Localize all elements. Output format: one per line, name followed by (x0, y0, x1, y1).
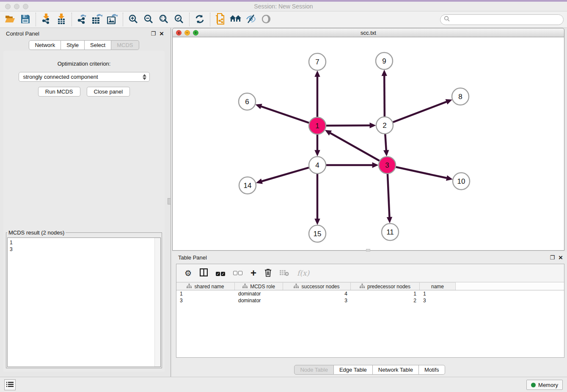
zoom-fit-icon (159, 14, 169, 25)
column-header-name[interactable]: name (420, 282, 456, 290)
column-header-MCDS-role[interactable]: MCDS role (235, 282, 283, 290)
svg-text:10: 10 (457, 177, 465, 185)
graph-node-10[interactable]: 10 (453, 173, 470, 190)
table-cell[interactable]: dominator (235, 297, 283, 304)
column-header-shared-name[interactable]: shared name (176, 282, 235, 290)
graph-node-9[interactable]: 9 (376, 52, 393, 69)
export-network-button[interactable] (74, 13, 90, 26)
mcds-result-list: 13 (8, 238, 160, 254)
tab-style[interactable]: Style (61, 40, 85, 50)
column-header-successor-nodes[interactable]: successor nodes (283, 282, 351, 290)
close-panel-button[interactable]: Close panel (87, 87, 130, 97)
edge-4-14[interactable] (262, 168, 309, 181)
tab-select[interactable]: Select (85, 40, 111, 50)
table-cell[interactable]: 3 (176, 297, 235, 304)
network-minimize-button[interactable]: − (184, 30, 190, 36)
column-header-predecessor-nodes[interactable]: predecessor nodes (351, 282, 420, 290)
close-table-panel-icon[interactable]: × (559, 254, 563, 261)
export-table-button[interactable] (90, 13, 105, 26)
graph-node-8[interactable]: 8 (452, 88, 469, 105)
network-canvas[interactable]: 7968124314101511 (172, 37, 564, 251)
graph-node-6[interactable]: 6 (239, 93, 256, 110)
hide-glasses-button[interactable] (243, 13, 259, 26)
tab-network[interactable]: Network (29, 40, 61, 50)
graph-node-7[interactable]: 7 (309, 53, 326, 70)
main-toolbar (0, 11, 567, 28)
graph-node-11[interactable]: 11 (382, 224, 399, 240)
table-cell[interactable]: 3 (420, 297, 456, 304)
control-panel-title: Control Panel (6, 30, 39, 37)
save-session-button[interactable] (18, 13, 33, 26)
export-image-button[interactable] (105, 13, 120, 26)
table-cell[interactable]: 1 (176, 290, 235, 297)
task-history-button[interactable] (4, 379, 16, 390)
table-header-row: shared nameMCDS rolesuccessor nodesprede… (176, 282, 564, 290)
sitemap-icon (242, 284, 248, 290)
table-cell[interactable]: 1 (420, 290, 456, 297)
table-tab-motifs[interactable]: Motifs (419, 365, 445, 375)
horizontal-divider-handle[interactable] (366, 249, 370, 251)
table-cell[interactable]: 4 (283, 290, 351, 297)
edge-3-10[interactable] (396, 167, 447, 178)
split-divider-handle[interactable] (168, 198, 171, 204)
edge-2-9[interactable] (384, 76, 385, 116)
table-row[interactable]: 1dominator411 (176, 290, 564, 297)
zoom-out-button[interactable] (141, 13, 156, 26)
network-window-titlebar[interactable]: x − + scc.txt (172, 28, 564, 37)
delete-column-button[interactable] (264, 268, 272, 278)
table-tabs: Node TableEdge TableNetwork TableMotifs (172, 365, 567, 375)
graph-node-3[interactable]: 3 (379, 157, 396, 174)
sitemap-icon (294, 284, 299, 290)
import-table-button[interactable] (54, 13, 69, 26)
network-graph[interactable]: 7968124314101511 (173, 37, 564, 250)
graph-node-15[interactable]: 15 (309, 225, 326, 242)
edge-3-1[interactable] (330, 133, 379, 161)
table-row[interactable]: 3dominator323 (176, 297, 564, 304)
network-from-selection-button[interactable] (213, 13, 228, 26)
float-table-panel-icon[interactable]: ❐ (550, 255, 555, 260)
graph-node-2[interactable]: 2 (376, 117, 393, 134)
search-box[interactable] (440, 14, 564, 25)
float-panel-icon[interactable]: ❐ (151, 31, 156, 36)
refresh-button[interactable] (192, 13, 207, 26)
zoom-in-button[interactable] (126, 13, 141, 26)
show-columns-button[interactable] (200, 268, 208, 278)
table-tab-network-table[interactable]: Network Table (373, 365, 419, 375)
network-close-button[interactable]: x (176, 30, 182, 36)
close-panel-icon[interactable]: × (160, 30, 164, 37)
graph-node-4[interactable]: 4 (309, 157, 326, 174)
import-network-button[interactable] (39, 13, 54, 26)
edge-1-2[interactable] (326, 125, 370, 126)
table-cell[interactable]: 2 (351, 297, 420, 304)
document-network-icon (215, 13, 226, 26)
run-mcds-button[interactable]: Run MCDS (38, 87, 80, 97)
edge-1-6[interactable] (261, 106, 309, 123)
tab-mcds[interactable]: MCDS (111, 40, 139, 50)
create-column-button[interactable]: + (250, 268, 256, 278)
open-session-button[interactable] (3, 13, 18, 26)
network-maximize-button[interactable]: + (193, 30, 198, 36)
function-builder-disabled: f(x) (297, 269, 309, 277)
zoom-fit-button[interactable] (156, 13, 171, 26)
node-table-container: ⚙ ✓✓ + f(x) shared nameMCDS rolesuccesso… (176, 264, 564, 358)
criterion-dropdown[interactable]: strongly connected component (19, 72, 150, 82)
table-cell[interactable]: 1 (351, 290, 420, 297)
result-scrollbar[interactable] (154, 238, 160, 367)
memory-button[interactable]: Memory (526, 380, 563, 390)
graph-node-1[interactable]: 1 (309, 117, 326, 134)
edge-2-3[interactable] (385, 134, 386, 150)
home-button[interactable] (228, 13, 243, 26)
select-all-columns-button[interactable]: ✓✓ (216, 270, 225, 276)
table-settings-button[interactable]: ⚙ (184, 269, 192, 277)
table-cell[interactable]: 3 (283, 297, 351, 304)
edge-2-8[interactable] (393, 102, 447, 122)
table-cell[interactable]: dominator (235, 290, 283, 297)
search-input[interactable] (450, 17, 563, 23)
unselect-all-columns-button[interactable] (233, 270, 242, 276)
table-tab-node-table[interactable]: Node Table (294, 365, 334, 375)
graph-node-14[interactable]: 14 (239, 177, 256, 194)
show-eye-button[interactable] (259, 13, 274, 26)
table-tab-edge-table[interactable]: Edge Table (334, 365, 373, 375)
zoom-selected-button[interactable] (171, 13, 187, 26)
edge-3-11[interactable] (388, 174, 390, 217)
